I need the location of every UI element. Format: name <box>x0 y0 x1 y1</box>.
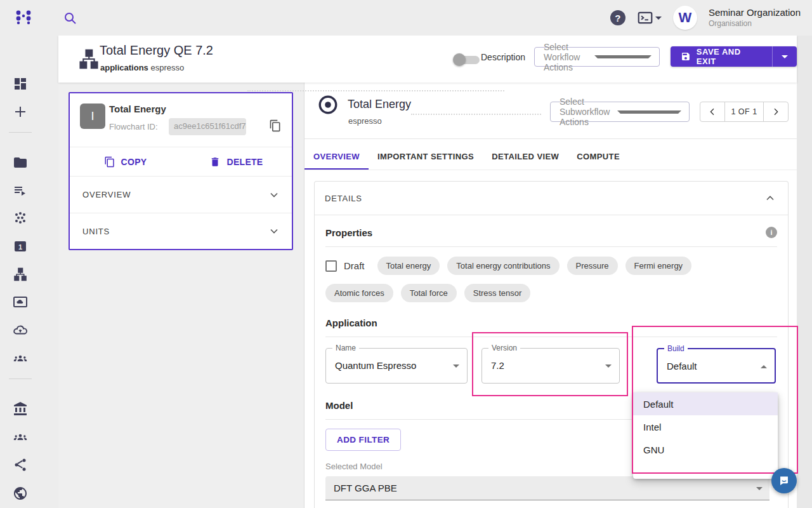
application-version-select[interactable]: Version 7.2 <box>481 348 620 384</box>
chevron-down-icon <box>756 487 763 490</box>
copy-label: COPY <box>121 157 147 167</box>
avatar-letter: W <box>679 10 692 26</box>
build-dropdown-menu: Default Intel GNU <box>633 392 778 479</box>
institution-icon[interactable] <box>13 401 28 417</box>
unit-card-title: Total Energy <box>109 104 166 114</box>
chevron-left-icon <box>707 107 717 117</box>
application-build-value: Default <box>667 361 697 371</box>
global-repository-icon[interactable] <box>13 486 28 501</box>
chevron-down-icon <box>655 17 662 20</box>
unit-card-header: I Total Energy Flowchart ID: ac9ee1c651f… <box>70 93 292 147</box>
accordion-overview[interactable]: OVERVIEW <box>70 177 292 213</box>
pager-next-button[interactable] <box>764 102 788 121</box>
app-logo-icon[interactable] <box>14 8 33 27</box>
property-chip[interactable]: Total energy contributions <box>447 257 559 275</box>
chevron-down-icon <box>617 110 681 114</box>
workflow-subtitle-value: espresso <box>150 63 184 72</box>
copy-id-icon[interactable] <box>269 119 282 132</box>
unit-one-icon[interactable]: 1 <box>13 239 28 254</box>
workflow-subtitle-label: applications <box>100 63 148 72</box>
org-subtitle: Organisation <box>709 19 801 29</box>
top-app-bar: ? W Seminar Organization Organisation <box>0 0 812 36</box>
tab-important-settings[interactable]: IMPORTANT SETTINGS <box>369 143 483 170</box>
flowchart-panel: I Total Energy Flowchart ID: ac9ee1c651f… <box>58 83 304 508</box>
property-chip[interactable]: Stress tensor <box>464 284 531 302</box>
materials-icon[interactable] <box>13 211 28 226</box>
rail-divider <box>9 132 32 133</box>
dotted-divider <box>247 90 504 91</box>
add-filter-button[interactable]: ADD FILTER <box>325 429 401 451</box>
save-options-dropdown[interactable] <box>773 46 797 67</box>
application-build-select[interactable]: Build Default <box>657 348 776 384</box>
flowchart-id-value[interactable]: ac9ee1c651f61cdf7c... <box>169 118 246 135</box>
pager-prev-button[interactable] <box>700 102 724 121</box>
build-option-gnu-label: GNU <box>643 444 664 455</box>
build-option-intel[interactable]: Intel <box>633 415 778 438</box>
property-chip[interactable]: Total force <box>401 284 457 302</box>
tab-compute[interactable]: COMPUTE <box>568 143 629 170</box>
application-version-label: Version <box>488 344 520 352</box>
job-scripts-icon[interactable] <box>13 183 28 198</box>
pager-count: 1 OF 1 <box>724 102 764 121</box>
rail-divider <box>9 378 32 379</box>
draft-checkbox[interactable] <box>325 260 337 272</box>
dev-console-icon[interactable] <box>637 10 662 26</box>
build-option-gnu[interactable]: GNU <box>633 438 778 461</box>
save-and-exit-button[interactable]: SAVE AND EXIT <box>671 46 773 67</box>
property-chip[interactable]: Pressure <box>567 257 618 275</box>
tab-compute-label: COMPUTE <box>577 152 620 161</box>
tab-overview[interactable]: OVERVIEW <box>304 143 369 170</box>
chevron-up-icon <box>764 192 776 204</box>
unit-type-badge: I <box>80 104 105 129</box>
help-icon[interactable]: ? <box>610 10 625 25</box>
description-toggle[interactable] <box>453 52 483 67</box>
share-icon[interactable] <box>13 457 28 472</box>
details-section-header[interactable]: DETAILS <box>315 182 788 215</box>
trash-icon <box>209 156 221 168</box>
add-icon[interactable] <box>13 104 28 119</box>
org-switcher[interactable]: Seminar Organization Organisation <box>709 7 801 29</box>
info-icon[interactable]: i <box>766 227 777 238</box>
chevron-down-icon <box>268 225 280 237</box>
draft-checkbox-item[interactable]: Draft <box>325 260 365 272</box>
unit-card[interactable]: I Total Energy Flowchart ID: ac9ee1c651f… <box>69 92 293 250</box>
workflow-header: Total Energy QE 7.2 applications espress… <box>58 36 797 83</box>
divider <box>325 337 777 337</box>
save-and-exit-split-button: SAVE AND EXIT <box>671 46 797 67</box>
tab-important-settings-label: IMPORTANT SETTINGS <box>377 152 474 161</box>
chat-fab[interactable] <box>771 468 797 493</box>
remote-desktop-icon[interactable] <box>13 295 28 310</box>
subworkflow-title: Total Energy <box>348 98 411 111</box>
description-toggle-label: Description <box>481 52 525 62</box>
property-chip[interactable]: Fermi energy <box>625 257 692 275</box>
selected-model-select[interactable]: DFT GGA PBE <box>325 476 769 500</box>
delete-button[interactable]: DELETE <box>181 147 292 176</box>
model-title: Model <box>325 400 353 411</box>
avatar[interactable]: W <box>673 6 697 30</box>
subworkflow-actions-select[interactable]: Select Subworkflow Actions <box>550 102 690 122</box>
accordion-units[interactable]: UNITS <box>70 213 292 249</box>
chat-icon <box>777 474 791 488</box>
cloud-upload-icon[interactable] <box>13 323 28 338</box>
copy-button[interactable]: COPY <box>70 147 181 176</box>
dashboard-icon[interactable] <box>13 76 28 91</box>
unit-type-letter: I <box>91 110 94 123</box>
workflows-icon[interactable] <box>13 267 28 282</box>
save-and-exit-label: SAVE AND EXIT <box>697 47 763 66</box>
search-icon[interactable] <box>63 11 78 26</box>
property-chip[interactable]: Total energy <box>377 257 440 275</box>
subworkflow-tabs: OVERVIEW IMPORTANT SETTINGS DETAILED VIE… <box>304 143 629 170</box>
tab-detailed-view[interactable]: DETAILED VIEW <box>483 143 568 170</box>
chevron-down-icon <box>605 364 612 368</box>
application-name-value: Quantum Espresso <box>335 360 416 371</box>
build-option-default[interactable]: Default <box>633 392 778 415</box>
workflow-actions-select[interactable]: Select Workflow Actions <box>534 47 660 67</box>
properties-chip-list: Draft Total energy Total energy contribu… <box>325 257 757 302</box>
collaborators-icon[interactable] <box>13 429 28 444</box>
application-build-label: Build <box>664 344 688 353</box>
team-icon[interactable] <box>13 351 28 366</box>
folder-icon[interactable] <box>13 155 28 170</box>
properties-title: Properties <box>325 227 372 238</box>
property-chip[interactable]: Atomic forces <box>325 284 393 302</box>
application-name-select[interactable]: Name Quantum Espresso <box>325 348 468 384</box>
